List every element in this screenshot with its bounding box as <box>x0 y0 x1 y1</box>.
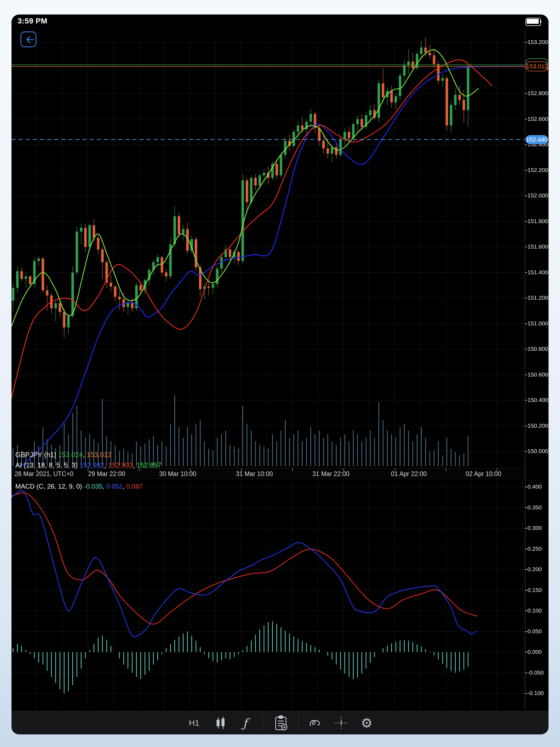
axis-label: 150.200 <box>528 422 548 429</box>
axis-label: 150.600 <box>528 371 548 378</box>
axis-label: 152.600 <box>528 115 548 122</box>
main-price-chart[interactable] <box>11 15 525 468</box>
axis-label: 0.000 <box>528 649 542 655</box>
battery-nub <box>540 20 541 23</box>
axis-tick <box>525 451 527 452</box>
alligator-info-line: AI (13, 18, 8, 5, 5, 3) 152.982, 152.903… <box>15 461 161 469</box>
axis-tick <box>525 145 527 145</box>
time-axis-label: 28 Mar 2021, UTC+0 <box>15 470 73 478</box>
axis-label: 0.200 <box>528 566 542 572</box>
axis-label: 150.800 <box>528 345 548 352</box>
axis-tick <box>525 652 527 652</box>
battery-fill <box>527 19 539 24</box>
axis-tick <box>525 93 527 94</box>
axis-label: -0.100 <box>528 690 544 696</box>
symbol-label: GBPJPY (h1) <box>15 451 56 459</box>
alligator-label: AI (13, 18, 8, 5, 5, 3) <box>15 461 78 469</box>
trading-app-window: 3:59 PM GBPJPY (h1) 153.024, 153.012 AI … <box>11 15 549 735</box>
function-icon: ƒ <box>243 716 247 730</box>
time-axis-label: 31 Mar 10:00 <box>236 470 273 478</box>
axis-label: 150.000 <box>528 448 548 455</box>
timeframe-label: H1 <box>189 718 199 728</box>
symbol-info-line: GBPJPY (h1) 153.024, 153.012 <box>15 451 111 459</box>
scribble-icon <box>308 716 322 730</box>
axis-tick <box>525 549 527 549</box>
axis-label: 0.100 <box>528 607 542 614</box>
clipboard-plus-icon <box>274 715 288 731</box>
macd-info-line: MACD (C, 26, 12, 9, 0) -0.035, 0.052, 0.… <box>15 483 143 490</box>
axis-tick <box>525 298 527 298</box>
crosshair-icon <box>334 715 349 730</box>
bottom-toolbar: H1 ƒ <box>11 711 549 735</box>
time-axis-tick <box>292 468 293 471</box>
axis-tick <box>525 324 527 324</box>
macd-indicator-pane[interactable] <box>11 479 525 710</box>
axis-tick <box>525 400 527 401</box>
axis-tick <box>525 569 527 570</box>
battery-icon <box>526 18 542 25</box>
jaw-value: 152.982 <box>80 461 104 469</box>
axis-tick <box>525 119 527 120</box>
axis-label: 151.400 <box>528 269 548 276</box>
orders-button[interactable] <box>270 711 292 735</box>
back-button[interactable] <box>21 31 36 47</box>
ask-value: 153.012 <box>87 451 111 459</box>
time-axis-label: 30 Mar 10:00 <box>159 470 196 478</box>
axis-tick <box>525 508 527 508</box>
axis-label: 0.350 <box>528 504 542 511</box>
axis-tick <box>525 375 527 375</box>
macd-label: MACD (C, 26, 12, 9, 0) <box>15 483 82 490</box>
axis-label: 152.200 <box>528 167 548 173</box>
axis-label: 151.600 <box>528 243 548 250</box>
indicators-button[interactable]: ƒ <box>235 711 255 735</box>
axis-tick <box>525 272 527 273</box>
bid-value: 153.024 <box>58 451 83 459</box>
toolbar-separator <box>262 714 263 732</box>
dashed-level-price-tag: 152.440 <box>526 135 548 144</box>
axis-tick <box>525 632 527 632</box>
axis-tick <box>525 426 527 426</box>
arrow-left-icon <box>23 32 37 47</box>
macd-signal-value: 0.087 <box>126 483 143 490</box>
time-axis-tick <box>446 468 446 471</box>
axis-label: 0.150 <box>528 587 542 593</box>
current-price-tag: 153.012 <box>526 61 548 71</box>
gear-icon: ⚙ <box>361 715 373 730</box>
axis-label: 151.200 <box>528 294 548 301</box>
axis-tick <box>525 528 527 529</box>
teeth-value: 152.903 <box>108 461 133 469</box>
axis-tick <box>525 247 527 247</box>
crosshair-button[interactable] <box>331 711 352 735</box>
axis-label: 0.250 <box>528 545 542 552</box>
axis-label: 151.000 <box>528 320 548 327</box>
toolbar-separator <box>298 714 299 732</box>
axis-tick <box>525 196 527 196</box>
axis-tick <box>525 487 527 487</box>
axis-label: 0.050 <box>528 628 542 635</box>
timeframe-button[interactable]: H1 <box>184 711 205 735</box>
lips-value: 152.857 <box>136 461 161 469</box>
axis-label: 152.000 <box>528 192 548 199</box>
axis-tick <box>525 42 527 43</box>
axis-label: 151.800 <box>528 218 548 225</box>
page: { "status_bar": { "time": "3:59 PM" }, "… <box>0 0 560 747</box>
macd-line-value: 0.052 <box>106 483 123 490</box>
axis-label: 153.200 <box>528 39 548 45</box>
time-axis-label: 02 Apr 10:00 <box>466 470 501 478</box>
drawings-button[interactable] <box>305 711 326 735</box>
settings-button[interactable]: ⚙ <box>356 711 378 735</box>
axis-tick <box>525 693 527 694</box>
time-axis-label: 01 Apr 22:00 <box>391 470 427 478</box>
chart-type-button[interactable] <box>210 711 231 735</box>
time-axis[interactable]: 28 Mar 2021, UTC+029 Mar 22:0030 Mar 10:… <box>11 468 525 479</box>
axis-label: 150.400 <box>528 397 548 403</box>
axis-label: 0.300 <box>528 525 542 531</box>
axis-tick <box>525 673 527 673</box>
axis-tick <box>525 349 527 350</box>
axis-tick <box>525 590 527 591</box>
axis-label: 152.800 <box>528 90 548 97</box>
time-axis-label: 29 Mar 22:00 <box>88 470 125 478</box>
axis-tick <box>525 221 527 222</box>
price-axis[interactable]: 153.200153.000152.800152.600152.400152.2… <box>525 30 549 710</box>
time-axis-label: 31 Mar 22:00 <box>312 470 350 478</box>
